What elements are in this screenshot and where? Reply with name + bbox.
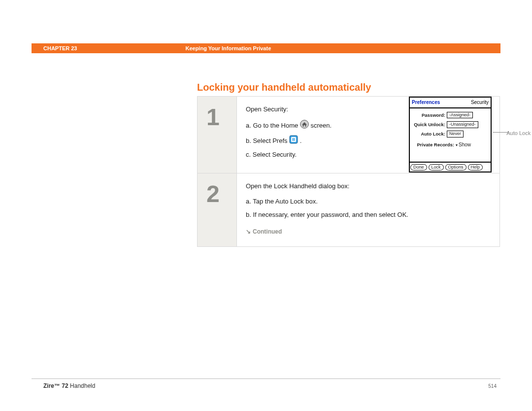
- step-number: 2: [206, 182, 228, 206]
- page-title: Locking your handheld automatically: [197, 82, 371, 93]
- footer-product-bold: Zire™ 72: [43, 382, 68, 389]
- callout-label: Auto Lock box: [506, 129, 532, 138]
- step-row: 2 Open the Lock Handheld dialog box: a. …: [198, 173, 499, 246]
- continued-arrow-icon: ↘: [246, 227, 251, 237]
- step-number-cell: 2: [198, 173, 237, 246]
- palm-row-password: Password: -Assigned-: [412, 111, 489, 119]
- step-number-cell: 1: [198, 97, 237, 173]
- palm-button-options: Options: [445, 164, 466, 171]
- palm-button-lock: Lock: [429, 164, 444, 171]
- palm-body: Password: -Assigned- Quick Unlock: -Unas…: [410, 108, 491, 162]
- step-number: 1: [206, 105, 228, 129]
- substep-text: screen.: [310, 122, 332, 129]
- palm-dropdown: Show: [456, 141, 471, 149]
- palm-row-autolock: Auto Lock: Never: [412, 130, 489, 137]
- step-lead: Open the Lock Handheld dialog box:: [246, 181, 491, 192]
- home-icon: [300, 120, 309, 132]
- palm-button-done: Done: [410, 164, 427, 171]
- palm-label: Private Records:: [412, 141, 454, 148]
- substep-list: a. Tap the Auto Lock box. b. If necessar…: [246, 197, 491, 220]
- substep-text: a. Go to the Home: [246, 122, 300, 129]
- step-body: Open the Lock Handheld dialog box: a. Ta…: [237, 173, 499, 246]
- palm-label: Quick Unlock:: [412, 121, 445, 128]
- palm-button-help: Help: [468, 164, 483, 171]
- footer-product-rest: Handheld: [68, 382, 96, 389]
- substep-text: b. Select Prefs: [246, 137, 289, 144]
- palm-value-box: -Unassigned-: [447, 121, 478, 128]
- chapter-header: CHAPTER 23 Keeping Your Information Priv…: [32, 43, 500, 53]
- page-number: 514: [488, 383, 497, 389]
- palm-titlebar: Preferences Security: [410, 98, 491, 108]
- palm-autolock-box: Never: [447, 131, 464, 137]
- palm-label: Auto Lock:: [412, 130, 445, 137]
- palm-value-box: -Assigned-: [447, 112, 473, 119]
- substep: b. If necessary, enter your password, an…: [246, 210, 491, 220]
- substep: a. Tap the Auto Lock box.: [246, 197, 491, 207]
- continued-indicator: ↘Continued: [246, 227, 491, 237]
- continued-text: Continued: [253, 228, 282, 235]
- footer-rule: [32, 378, 500, 379]
- palm-title-left: Preferences: [412, 99, 440, 106]
- palm-row-quickunlock: Quick Unlock: -Unassigned-: [412, 121, 489, 128]
- steps-container: 1 Open Security: a. Go to the Home scree…: [197, 96, 500, 247]
- chapter-number: CHAPTER 23: [43, 45, 77, 51]
- palm-button-row: Done Lock Options Help: [410, 162, 491, 171]
- chapter-title: Keeping Your Information Private: [185, 45, 271, 51]
- palm-title-right: Security: [471, 99, 489, 106]
- prefs-icon: [289, 135, 298, 147]
- footer-product: Zire™ 72 Handheld: [43, 382, 95, 389]
- step-body: Open Security: a. Go to the Home screen.…: [237, 97, 499, 173]
- palm-window: Preferences Security Password: -Assigned…: [409, 97, 492, 172]
- palm-screenshot: Preferences Security Password: -Assigned…: [409, 97, 492, 172]
- step-row: 1 Open Security: a. Go to the Home scree…: [198, 97, 499, 173]
- palm-label: Password:: [412, 111, 445, 119]
- palm-row-private: Private Records: Show: [412, 141, 489, 149]
- substep-text: .: [300, 137, 302, 144]
